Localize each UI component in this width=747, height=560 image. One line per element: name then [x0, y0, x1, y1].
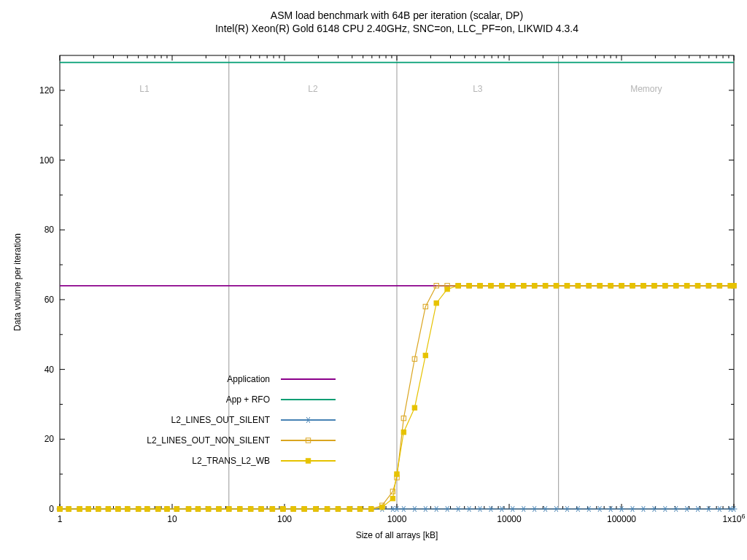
- marker-square: [145, 507, 150, 511]
- marker-square: [395, 472, 399, 476]
- marker-square: [641, 284, 646, 288]
- x-axis-label: Size of all arrays [kB]: [356, 530, 438, 540]
- y-axis-label: Data volume per iteration: [12, 233, 23, 331]
- marker-square: [357, 507, 362, 511]
- region-label: L3: [473, 84, 483, 94]
- chart-subtitle: Intel(R) Xeon(R) Gold 6148 CPU 2.40GHz, …: [215, 23, 578, 34]
- marker-square: [608, 284, 613, 288]
- marker-square: [86, 507, 90, 511]
- legend-label: L2_LINES_OUT_SILENT: [171, 415, 271, 425]
- marker-square: [652, 284, 657, 288]
- marker-square: [434, 301, 438, 306]
- marker-square: [695, 284, 700, 288]
- marker-square: [270, 507, 274, 511]
- marker-square: [717, 284, 721, 288]
- y-tick-label: 120: [39, 85, 54, 96]
- y-tick-label: 0: [49, 504, 54, 514]
- marker-square: [196, 507, 200, 511]
- marker-square: [125, 507, 130, 511]
- marker-square: [259, 507, 263, 511]
- marker-square: [412, 405, 417, 410]
- marker-square: [445, 287, 449, 291]
- marker-square: [565, 284, 569, 288]
- marker-square: [186, 507, 190, 511]
- marker-square: [369, 507, 374, 511]
- marker-square: [291, 507, 295, 511]
- chart-svg: ASM load benchmark with 64B per iteratio…: [0, 0, 747, 560]
- x-tick-label: 10: [167, 514, 177, 524]
- marker-square: [532, 284, 536, 288]
- legend-label: App + RFO: [226, 394, 270, 405]
- marker-square: [587, 284, 591, 288]
- marker-square: [663, 284, 667, 288]
- marker-square: [706, 284, 711, 288]
- marker-square: [336, 507, 340, 511]
- region-label: L1: [139, 84, 150, 94]
- marker-square: [174, 507, 179, 511]
- marker-square: [314, 507, 318, 511]
- marker-square: [511, 284, 515, 288]
- legend-label: L2_TRANS_L2_WB: [192, 456, 270, 466]
- x-tick-label: 10000: [497, 514, 522, 524]
- marker-square: [136, 507, 140, 511]
- x-tick-label: 1000: [387, 514, 407, 524]
- marker-square: [630, 284, 635, 288]
- marker-square: [522, 284, 526, 288]
- legend-label: L2_LINES_OUT_NON_SILENT: [147, 435, 270, 446]
- marker-square: [281, 507, 285, 511]
- marker-square: [248, 507, 252, 511]
- region-label: Memory: [630, 84, 662, 94]
- marker-square: [238, 507, 242, 511]
- x-tick-label: 100: [277, 514, 292, 524]
- region-label: L2: [308, 84, 318, 94]
- x-tick-label: 100000: [607, 514, 636, 524]
- marker-square: [576, 284, 580, 288]
- marker-square: [58, 507, 62, 511]
- marker-square: [732, 284, 736, 288]
- marker-square: [206, 507, 210, 511]
- chart-container: ASM load benchmark with 64B per iteratio…: [0, 0, 747, 560]
- marker-square: [325, 507, 329, 511]
- marker-square: [96, 507, 101, 511]
- marker-square: [597, 284, 602, 288]
- marker-square: [423, 353, 427, 357]
- x-tick-label: 1: [58, 514, 63, 524]
- marker-square: [554, 284, 558, 288]
- marker-square: [66, 507, 71, 511]
- marker-square: [401, 430, 406, 435]
- marker-square: [156, 507, 160, 511]
- marker-square: [217, 507, 221, 511]
- marker-square: [543, 284, 547, 288]
- marker-square: [302, 507, 306, 511]
- marker-square: [390, 496, 395, 500]
- marker-square: [456, 284, 460, 288]
- chart-title: ASM load benchmark with 64B per iteratio…: [271, 9, 523, 21]
- marker-square: [489, 284, 493, 288]
- marker-square: [116, 507, 120, 511]
- marker-square: [306, 459, 310, 463]
- marker-square: [165, 507, 169, 511]
- marker-square: [227, 507, 231, 511]
- marker-square: [467, 284, 471, 288]
- marker-square: [673, 284, 678, 288]
- marker-square: [77, 507, 82, 511]
- marker-square: [106, 507, 110, 511]
- marker-square: [347, 507, 352, 511]
- marker-square: [380, 505, 384, 509]
- y-tick-label: 80: [44, 225, 55, 235]
- y-tick-label: 40: [44, 365, 55, 375]
- marker-square: [478, 284, 482, 288]
- marker-square: [684, 284, 689, 288]
- y-tick-label: 60: [44, 295, 55, 305]
- marker-square: [619, 284, 624, 288]
- x-tick-label: 1x106: [722, 513, 745, 524]
- y-tick-label: 100: [39, 155, 54, 166]
- y-tick-label: 20: [44, 434, 55, 444]
- legend-label: Application: [227, 374, 270, 384]
- marker-square: [500, 284, 504, 288]
